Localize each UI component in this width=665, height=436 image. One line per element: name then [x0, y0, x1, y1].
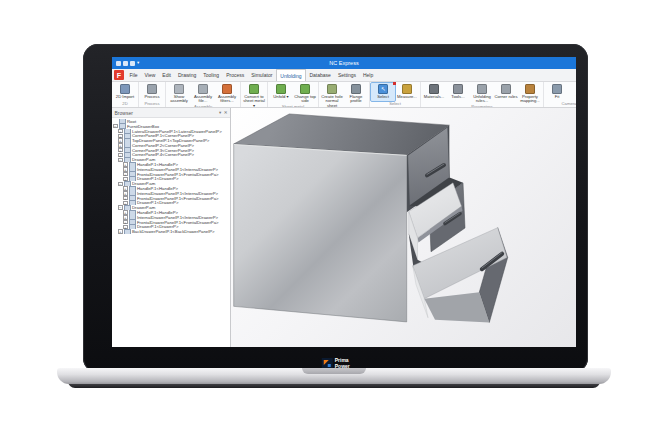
collapse-icon[interactable]: − [113, 124, 118, 129]
assembly-file-icon [198, 84, 208, 94]
tab-view[interactable]: View [141, 69, 159, 81]
materials-button[interactable]: Materials... [422, 83, 446, 104]
ribbon-toolbar: 2D Import2DProcessProcessShow assemblyAs… [112, 82, 576, 108]
property-mapping-button[interactable]: Property mapping... [518, 83, 542, 104]
viewport-3d[interactable] [231, 108, 576, 347]
pin-icon[interactable]: ▾ [219, 110, 221, 115]
browser-panel-title: Browser [115, 110, 133, 116]
ribbon-group-select: ↖SelectMeasure...Select [370, 82, 421, 107]
page-background: ▾ NC Express F FileViewEditDrawingToolin… [0, 0, 665, 436]
ribbon-group-label: Camera [545, 101, 576, 107]
measure-icon [402, 84, 412, 94]
button-label: Unfold ▾ [273, 95, 288, 100]
show-assembly-icon [174, 84, 184, 94]
browser-panel-header: Browser ▾ ✕ [112, 108, 230, 118]
corner-rules-icon [501, 84, 511, 94]
select-icon: ↖ [378, 84, 388, 94]
collapse-icon[interactable]: − [118, 158, 123, 163]
measure-button[interactable]: Measure... [395, 83, 419, 101]
laptop-display: ▾ NC Express F FileViewEditDrawingToolin… [112, 57, 576, 347]
button-label: Change top side [293, 95, 317, 104]
ribbon-group-flat-pattern: Create hole normal sheetFlange profileFl… [319, 82, 370, 107]
collapse-icon[interactable]: − [118, 182, 123, 187]
button-label: Fit [555, 95, 560, 100]
flange-profile-icon [351, 84, 361, 94]
tab-edit[interactable]: Edit [159, 69, 175, 81]
tab-settings[interactable]: Settings [334, 69, 359, 81]
materials-icon [429, 84, 439, 94]
tree-item-label: BackDrawerPanelP.1<BackDrawerPanelP> [132, 229, 215, 234]
menu-tab-row: F FileViewEditDrawingToolingProcessSimul… [112, 69, 576, 82]
tab-database[interactable]: Database [306, 69, 334, 81]
assembly-file-button[interactable]: Assembly file... [191, 83, 215, 104]
button-label: Materials... [424, 95, 444, 100]
assembly-filters-icon [222, 84, 232, 94]
tab-file[interactable]: File [126, 69, 141, 81]
unfolding-rules-button[interactable]: Unfolding rules... [470, 83, 494, 104]
assembly-filters-button[interactable]: Assembly filters... [215, 83, 239, 104]
ribbon-group-part: Convert to sheet metal ▾Part [241, 82, 268, 107]
button-label: Assembly filters... [215, 95, 239, 104]
property-mapping-icon [525, 84, 535, 94]
ribbon-group-parameters: Materials...Tools...Unfolding rules...Co… [421, 82, 544, 107]
tools-button[interactable]: Tools... [446, 83, 470, 104]
unfold-icon [276, 84, 286, 94]
ribbon-group-label: Process [140, 101, 164, 107]
button-label: Show assembly [167, 95, 191, 104]
button-label: Process [144, 95, 159, 100]
process-icon [147, 84, 157, 94]
tab-drawing[interactable]: Drawing [174, 69, 199, 81]
button-label: Convert to sheet metal ▾ [242, 95, 266, 109]
corner-rules-button[interactable]: Corner rules [494, 83, 518, 104]
model-tree: Root−FurnitDrawerBox+LateralDrawerPanelP… [112, 118, 230, 347]
quick-save-icon[interactable] [116, 61, 121, 66]
quick-access-toolbar: ▾ [116, 61, 139, 66]
workspace: Browser ▾ ✕ Root−FurnitDrawerBox+Lateral… [112, 108, 576, 347]
window-title: NC Express [329, 60, 358, 66]
window-titlebar: ▾ NC Express [112, 57, 576, 69]
button-label: 2D Import [116, 95, 134, 100]
quick-undo-icon[interactable] [123, 61, 128, 66]
create-hole-normal-sheet-icon [327, 84, 337, 94]
collapse-icon[interactable]: − [118, 205, 123, 210]
flange-profile-button[interactable]: Flange profile [344, 83, 368, 108]
top-button[interactable]: Top ▾ [569, 83, 576, 101]
tab-process[interactable]: Process [223, 69, 248, 81]
tree-item[interactable]: +BackDrawerPanelP.1<BackDrawerPanelP> [112, 229, 230, 234]
browser-panel: Browser ▾ ✕ Root−FurnitDrawerBox+Lateral… [112, 108, 231, 347]
select-button[interactable]: ↖Select [371, 83, 395, 101]
2d-import-icon [120, 84, 130, 94]
change-top-side-button[interactable]: Change top side [293, 83, 317, 104]
convert-to-sheet-metal-button[interactable]: Convert to sheet metal ▾ [242, 83, 266, 108]
process-button[interactable]: Process [140, 83, 164, 101]
menu-tabs: FileViewEditDrawingToolingProcessSimulat… [126, 69, 377, 81]
laptop-screen-shell: ▾ NC Express F FileViewEditDrawingToolin… [83, 44, 588, 373]
unfolding-rules-icon [477, 84, 487, 94]
laptop-base [57, 368, 611, 384]
tab-unfolding[interactable]: Unfolding [276, 69, 306, 81]
ribbon-group-sheet-metal: Unfold ▾Change top sideSheet metal [268, 82, 319, 107]
convert-to-sheet-metal-icon [249, 84, 259, 94]
app-logo-icon[interactable]: F [114, 70, 124, 80]
tab-tooling[interactable]: Tooling [200, 69, 223, 81]
ribbon-group-camera: FitTop ▾Camera [544, 82, 576, 107]
close-icon[interactable]: ✕ [224, 110, 228, 115]
quick-access-caret-icon[interactable]: ▾ [137, 61, 139, 66]
tab-help[interactable]: Help [359, 69, 376, 81]
button-label: Tools... [451, 95, 464, 100]
button-label: Select [377, 95, 389, 100]
show-assembly-button[interactable]: Show assembly [167, 83, 191, 104]
2d-import-button[interactable]: 2D Import [113, 83, 137, 101]
tools-icon [453, 84, 463, 94]
expand-icon[interactable]: + [118, 229, 123, 234]
fit-button[interactable]: Fit [545, 83, 569, 101]
quick-redo-icon[interactable] [130, 61, 135, 66]
laptop-base-notch [302, 368, 366, 374]
button-label: Measure... [397, 95, 417, 100]
create-hole-normal-sheet-button[interactable]: Create hole normal sheet [320, 83, 344, 108]
tab-simulator[interactable]: Simulator [248, 69, 276, 81]
unfold-button[interactable]: Unfold ▾ [269, 83, 293, 104]
fit-icon [552, 84, 562, 94]
ribbon-group-assembly: Show assemblyAssembly file...Assembly fi… [166, 82, 241, 107]
ribbon-group-label: 2D [113, 101, 137, 107]
